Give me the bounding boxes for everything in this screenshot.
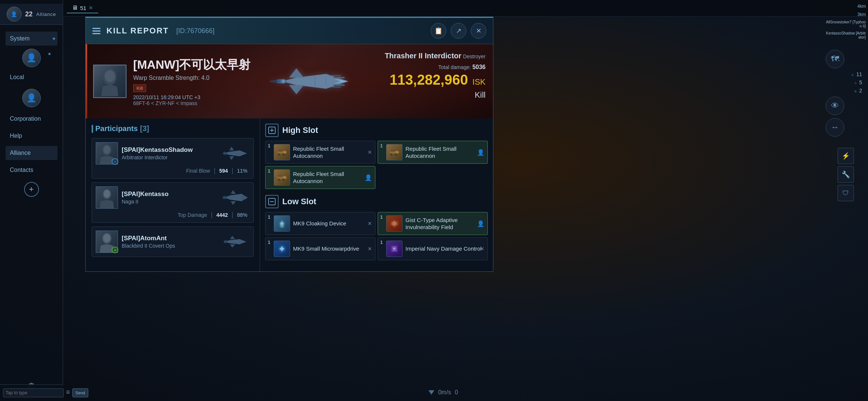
participant-ship-img-3: [220, 232, 250, 251]
local-star: ★: [47, 51, 52, 56]
hs3-qty: 1: [268, 169, 270, 174]
minimap-area: 4km 3km AllSnowstoker7 [Typhoon II] Kent…: [823, 0, 868, 205]
participant-avatar-3[interactable]: ★: [96, 231, 118, 253]
right-icon-1[interactable]: 🗺: [826, 50, 844, 68]
module-icon-2[interactable]: 🔧: [838, 166, 854, 183]
close-button[interactable]: ✕: [471, 23, 486, 39]
add-chat-button[interactable]: +: [24, 182, 39, 197]
svg-point-22: [223, 152, 227, 155]
stat-group: ⬦ 11 ⬦ 5 ⬦ 2: [826, 71, 866, 94]
player-avatar[interactable]: 👤: [7, 7, 22, 22]
sidebar-item-corporation[interactable]: Corporation: [6, 112, 57, 126]
star-badge: ★: [52, 36, 56, 41]
svg-marker-19: [224, 150, 247, 156]
kill-stats: Thrasher II Interdictor Destroyer Total …: [385, 52, 486, 100]
sidebar-item-contacts[interactable]: Contacts: [6, 163, 57, 177]
ls3-remove[interactable]: ✕: [368, 246, 372, 252]
participants-label: Participants: [95, 124, 138, 133]
stat-val-3: 2: [859, 88, 862, 94]
high-slot-title: High Slot: [282, 125, 318, 135]
svg-rect-41: [283, 151, 286, 153]
participant-avatar-1[interactable]: +: [96, 142, 118, 164]
ship-render: [256, 52, 367, 111]
svg-marker-27: [231, 201, 236, 205]
hs1-name: Republic Fleet Small Autocannon: [293, 145, 371, 160]
copy-button[interactable]: 📋: [431, 23, 446, 39]
menu-icon[interactable]: ≡: [66, 388, 70, 397]
right-icon-nav[interactable]: ↔: [826, 118, 844, 137]
alliance-label: Alliance: [10, 150, 31, 156]
total-damage-value: 5036: [472, 64, 486, 70]
ls1-remove[interactable]: ✕: [368, 221, 372, 226]
participant-avatar-2[interactable]: [96, 186, 118, 209]
module-icon-3[interactable]: 🛡: [838, 185, 854, 201]
sidebar-item-system[interactable]: System ★: [6, 32, 57, 46]
participants-count: [3]: [140, 124, 149, 133]
svg-rect-10: [333, 77, 345, 78]
slot-item-hs3[interactable]: 1 Republic Fleet Small Autocannon �: [265, 166, 375, 189]
hs1-remove[interactable]: ✕: [368, 149, 372, 155]
svg-marker-25: [224, 194, 248, 201]
send-button[interactable]: Send: [72, 388, 89, 397]
pilot-avatar-image: [94, 65, 126, 97]
participant-ship-img-2: [220, 188, 250, 207]
participant-star-3: ★: [112, 247, 118, 253]
kill-stripe: [86, 44, 87, 118]
participant-info-3: [SPAI]AtomAnt Blackbird II Covert Ops: [122, 235, 216, 249]
svg-marker-33: [225, 239, 246, 244]
chat-input[interactable]: [3, 388, 64, 397]
sidebar-item-help[interactable]: Help: [6, 129, 57, 143]
participant-name-3: [SPAI]AtomAnt: [122, 235, 216, 242]
svg-rect-28: [241, 196, 246, 197]
stat-row-2: ⬦ 5: [854, 79, 862, 85]
stat-row-3: ⬦ 2: [854, 88, 862, 94]
sidebar-item-local[interactable]: Local: [6, 70, 57, 84]
tab-close-icon[interactable]: ✕: [89, 5, 93, 11]
speed-display: 0m/s 0: [428, 389, 458, 396]
modal-actions: 📋 ↗ ✕: [431, 23, 486, 39]
corp-label: Corporation: [10, 115, 41, 122]
slot-item-ls4[interactable]: 1 Imperial Navy Damage Control ✕: [378, 237, 488, 260]
ls3-qty: 1: [268, 240, 270, 245]
svg-point-32: [103, 234, 110, 242]
kill-location: 68FT-6 < ZYR-NF < Impass: [133, 100, 250, 106]
modal-body: Participants [3] + [SPAI]Kentasso: [86, 118, 493, 271]
svg-point-54: [282, 179, 285, 181]
svg-point-57: [280, 222, 283, 225]
svg-point-24: [103, 190, 110, 198]
hamburger-line-2: [92, 30, 101, 32]
slot-item-hs2[interactable]: 1 Republic Fleet Small Autocannon �: [378, 141, 488, 164]
hamburger-menu[interactable]: [92, 28, 101, 34]
stat-val-2: 5: [859, 79, 862, 85]
high-slot-icon: [265, 124, 279, 137]
sidebar-item-alliance[interactable]: Alliance: [6, 146, 57, 160]
modal-header: KILL REPORT [ID:7670666] 📋 ↗ ✕: [86, 18, 493, 44]
corp-avatar[interactable]: 👤: [22, 89, 41, 107]
slot-item-ls3[interactable]: 1 MK9 Small Microwarpdrive ✕: [265, 237, 375, 260]
hs2-person: 👤: [477, 149, 484, 156]
distance-1: 4km: [826, 4, 866, 9]
participant-top-1: + [SPAI]KentassoShadow Arbitrator Interd…: [96, 142, 250, 164]
ship-name: Thrasher II Interdictor: [385, 52, 461, 60]
slot-item-ls2[interactable]: 1 Gist C-Type Adaptive Invulnerability F…: [378, 212, 488, 235]
svg-rect-12: [332, 75, 341, 76]
tab-monitor[interactable]: 🖥 51 ✕: [67, 3, 98, 13]
slot-item-ls1[interactable]: 1 MK9 Cloaking Device ✕: [265, 212, 375, 235]
module-icon-1[interactable]: ⚡: [838, 148, 854, 164]
svg-marker-5: [289, 85, 304, 94]
speed-triangle: [428, 390, 434, 395]
slot-item-hs1[interactable]: 1 Republic Fleet Small Autocannon ✕: [265, 141, 375, 164]
right-icon-eye[interactable]: 👁: [826, 97, 844, 115]
high-slot-header: High Slot: [265, 124, 488, 137]
high-slot-section: High Slot 1: [265, 124, 488, 189]
p1-pct: 11%: [237, 168, 247, 174]
share-button[interactable]: ↗: [451, 23, 466, 39]
ls2-qty: 1: [380, 215, 383, 220]
stat-dot-1: ⬦: [851, 71, 854, 77]
stat-dot-2: ⬦: [854, 79, 857, 85]
speed-value: 0: [455, 389, 458, 396]
local-avatar[interactable]: 👤: [22, 49, 41, 67]
kill-type-label: Kill: [385, 90, 486, 100]
ls4-remove[interactable]: ✕: [480, 246, 484, 252]
sidebar: 👤 22 Alliance System ★ 👤 ★ Local 👤 Corpo…: [0, 0, 63, 401]
